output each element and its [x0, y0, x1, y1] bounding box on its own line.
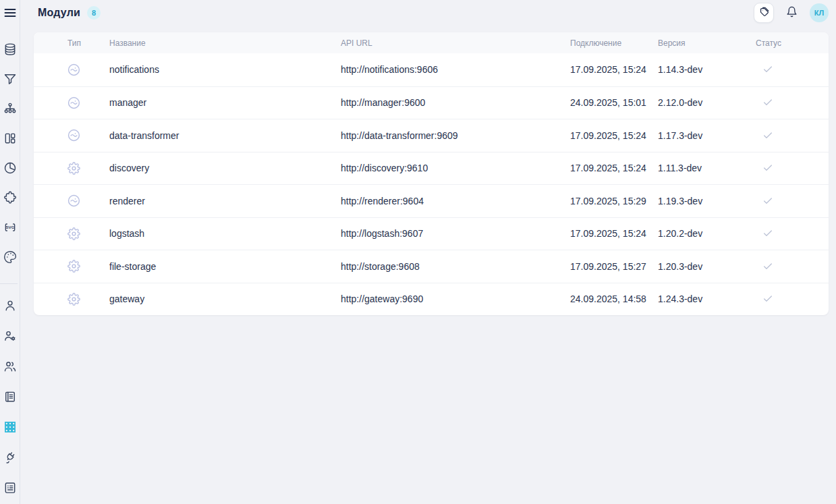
module-name: gateway — [109, 293, 341, 304]
hierarchy-icon[interactable] — [1, 100, 19, 117]
module-api-url: http://manager:9600 — [341, 97, 570, 108]
notifications-bell-button[interactable] — [786, 6, 798, 20]
module-connected-at: 17.09.2025, 15:24 — [570, 130, 658, 141]
module-api-url: http://renderer:9604 — [341, 196, 570, 206]
module-version: 1.14.3-dev — [658, 64, 756, 75]
gear-icon — [34, 260, 109, 273]
table-row[interactable]: gateway http://gateway:9690 24.09.2025, … — [34, 283, 829, 316]
module-name: notifications — [109, 64, 341, 75]
svg-file-icon[interactable]: SVG — [1, 219, 19, 236]
plug-icon[interactable] — [1, 449, 19, 466]
topbar: Модули 8 КЛ — [20, 0, 836, 26]
layout-icon[interactable] — [1, 130, 19, 147]
module-name: data-transformer — [109, 130, 341, 141]
table-row[interactable]: file-storage http://storage:9608 17.09.2… — [34, 250, 829, 283]
user-avatar[interactable]: КЛ — [810, 3, 829, 22]
table-row[interactable]: renderer http://renderer:9604 17.09.2025… — [34, 184, 829, 217]
module-api-url: http://data-transformer:9609 — [341, 130, 570, 141]
sidebar-group-top: SVG — [1, 40, 19, 266]
tags-icon — [758, 6, 770, 20]
module-logo-icon — [34, 194, 109, 207]
module-connected-at: 17.09.2025, 15:24 — [570, 64, 658, 75]
module-api-url: http://gateway:9690 — [341, 293, 570, 304]
sidebar-group-bottom — [1, 297, 19, 497]
module-connected-at: 24.09.2025, 15:01 — [570, 97, 658, 108]
column-header-name: Название — [109, 38, 341, 48]
app-root: SVG — [0, 0, 836, 504]
hamburger-icon[interactable] — [1, 4, 19, 22]
user-icon[interactable] — [1, 297, 19, 314]
svg-text:SVG: SVG — [5, 225, 14, 229]
table-row[interactable]: manager http://manager:9600 24.09.2025, … — [34, 86, 829, 119]
column-header-connection: Подключение — [570, 38, 658, 48]
module-logo-icon — [34, 129, 109, 142]
column-header-type: Тип — [34, 38, 109, 48]
table-header-row: Тип Название API URL Подключение Версия … — [34, 32, 829, 53]
module-version: 1.17.3-dev — [658, 130, 756, 141]
module-name: renderer — [109, 196, 341, 206]
gear-icon — [34, 293, 109, 306]
sidebar-divider — [0, 283, 18, 284]
column-header-status: Статус — [756, 38, 829, 48]
journal-icon[interactable] — [1, 388, 19, 405]
module-logo-icon — [34, 96, 109, 109]
modules-count-badge: 8 — [87, 6, 101, 20]
table-row[interactable]: logstash http://logstash:9607 17.09.2025… — [34, 217, 829, 250]
modules-grid-icon[interactable] — [1, 418, 19, 436]
module-version: 1.20.3-dev — [658, 261, 756, 272]
module-version: 1.11.3-dev — [658, 163, 756, 173]
palette-icon[interactable] — [1, 248, 19, 266]
gear-icon — [34, 162, 109, 175]
user-settings-icon[interactable] — [1, 327, 19, 345]
puzzle-icon[interactable] — [1, 189, 19, 206]
topbar-actions: КЛ — [754, 3, 829, 23]
status-check-icon — [756, 163, 829, 173]
table-body: notifications http://notifications:9606 … — [34, 53, 829, 315]
tags-button[interactable] — [754, 3, 774, 23]
module-connected-at: 17.09.2025, 15:27 — [570, 261, 658, 272]
table-row[interactable]: notifications http://notifications:9606 … — [34, 53, 829, 86]
filter-icon[interactable] — [1, 70, 19, 88]
module-api-url: http://notifications:9606 — [341, 64, 570, 75]
table-row[interactable]: discovery http://discovery:9610 17.09.20… — [34, 152, 829, 185]
table-row[interactable]: data-transformer http://data-transformer… — [34, 119, 829, 152]
status-check-icon — [756, 261, 829, 272]
column-header-version: Версия — [658, 38, 756, 48]
module-version: 2.12.0-dev — [658, 97, 756, 108]
status-check-icon — [756, 196, 829, 206]
status-check-icon — [756, 130, 829, 141]
users-icon[interactable] — [1, 358, 19, 375]
module-name: manager — [109, 97, 341, 108]
module-name: discovery — [109, 163, 341, 173]
module-connected-at: 24.09.2025, 14:58 — [570, 293, 658, 304]
status-check-icon — [756, 64, 829, 75]
main-content: Модули 8 КЛ Тип Названи — [20, 0, 836, 504]
module-connected-at: 17.09.2025, 15:24 — [570, 163, 658, 173]
module-logo-icon — [34, 63, 109, 76]
status-check-icon — [756, 293, 829, 304]
modules-table-card: Тип Название API URL Подключение Версия … — [34, 32, 829, 315]
module-version: 1.20.2-dev — [658, 228, 756, 239]
database-icon[interactable] — [1, 40, 19, 58]
module-connected-at: 17.09.2025, 15:29 — [570, 196, 658, 206]
module-api-url: http://discovery:9610 — [341, 163, 570, 173]
module-version: 1.24.3-dev — [658, 293, 756, 304]
gear-icon — [34, 227, 109, 240]
module-connected-at: 17.09.2025, 15:24 — [570, 228, 658, 239]
bell-icon — [786, 6, 798, 20]
status-check-icon — [756, 97, 829, 108]
page-title: Модули — [38, 7, 80, 19]
module-api-url: http://storage:9608 — [341, 261, 570, 272]
column-header-api-url: API URL — [341, 38, 570, 48]
module-name: logstash — [109, 228, 341, 239]
module-version: 1.19.3-dev — [658, 196, 756, 206]
module-api-url: http://logstash:9607 — [341, 228, 570, 239]
pie-chart-icon[interactable] — [1, 159, 19, 177]
status-check-icon — [756, 228, 829, 239]
sidebar: SVG — [0, 0, 20, 504]
module-name: file-storage — [109, 261, 341, 272]
checklist-icon[interactable] — [1, 479, 19, 497]
